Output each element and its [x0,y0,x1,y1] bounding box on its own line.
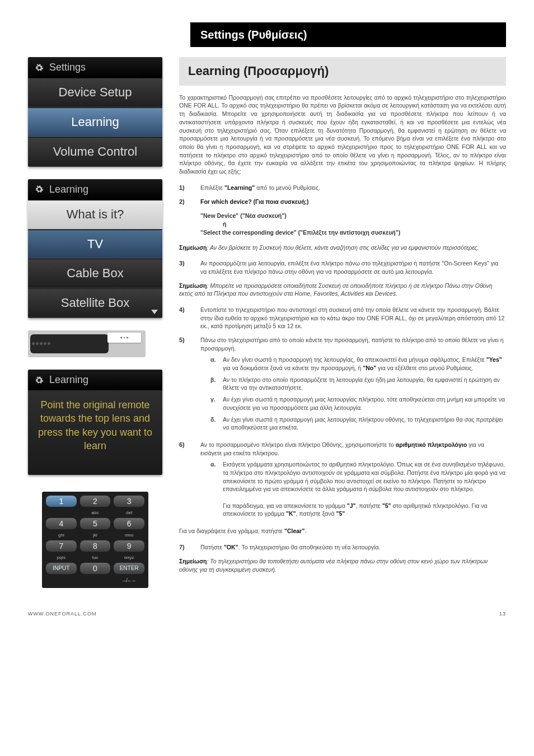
key-6[interactable]: 6 [113,517,145,530]
remote-illustration: ◂ • ▸ [28,330,146,357]
panel-learning-devices: Learning What is it? TV Cable Box Satell… [28,179,162,318]
sub-8: tuv [79,554,111,560]
header-band: Settings (Ρυθμίσεις) [190,22,506,47]
panel-settings-header: Settings [28,57,162,78]
step-2: 2) For which device? (Για ποια συσκευή;) [179,198,506,206]
row-device-setup[interactable]: Device Setup [28,78,162,108]
row-satellite-box[interactable]: Satellite Box [28,288,162,318]
key-2[interactable]: 2 [79,495,111,507]
key-3[interactable]: 3 [113,495,145,507]
panel-learning-instructions: Learning Point the original remote towar… [28,370,162,475]
panel-instructions-header: Learning [28,370,162,390]
step-5: 5) Πάνω στο τηλεχειριστήριο από το οποίο… [179,336,506,435]
note-1: Σημείωση: Αν δεν βρίσκετε τη Συσκευή που… [179,244,506,252]
step-3-num: 3) [179,259,189,276]
sub-4: ghi [45,532,77,538]
step-5a: α.Αν δεν γίνει σωστά η προσαρμογή της λε… [210,356,506,372]
footer: WWW.ONEFORALL.COM 13 [28,610,506,618]
step-6: 6) Αν το προσαρμοσμένο πλήκτρο είναι πλή… [179,441,506,521]
key-input[interactable]: INPUT [45,562,77,575]
sub-9: wxyz [113,554,145,560]
step-6a: α. Εισάγετε γράμματα χρησιμοποιώντας το … [210,460,506,518]
step-1: 1) Επιλέξτε "Learning" από το μενού Ρυθμ… [179,184,506,192]
step-3: 3) Αν προσαρμόζετε μια λειτουργία, επιλέ… [179,259,506,276]
remote-tag: ◂ • ▸ [107,333,141,343]
key-9[interactable]: 9 [113,540,145,552]
page-number: 13 [499,610,506,618]
key-4[interactable]: 4 [45,517,77,530]
key-8[interactable]: 8 [79,540,111,552]
step-4: 4) Εντοπίστε το τηλεχειριστήριο που αντι… [179,306,506,330]
panel-learning-header: Learning [28,179,162,200]
step-6-num: 6) [179,441,189,521]
chevron-down-icon [151,310,158,314]
section-title-text: Learning (Προσαρμογή) [188,63,497,80]
row-tv[interactable]: TV [28,230,162,259]
note-3: Σημείωση: Το τηλεχειριστήριο θα τοποθετή… [179,557,506,573]
step-4-num: 4) [179,306,189,330]
gear-icon [35,185,44,194]
sub-7: pqrs [45,554,77,560]
key-5[interactable]: 5 [79,517,111,530]
step-5c: γ.Αν έχει γίνει σωστά η προσαρμογή μιας … [210,395,506,412]
remote-body [30,334,109,353]
sub-1 [45,510,77,515]
step-2-num: 2) [179,198,189,206]
step-7: 7) Πατήστε "OK". Το τηλεχειριστήριο θα α… [179,543,506,552]
row-cable-box[interactable]: Cable Box [28,259,162,288]
intro-paragraph: Το χαρακτηριστικό Προσαρμογή σας επιτρέπ… [179,94,506,176]
sub-6: mno [113,532,145,538]
section-title: Learning (Προσαρμογή) [179,57,506,86]
key-1[interactable]: 1 [45,495,77,507]
gear-icon [35,376,44,385]
key-enter[interactable]: ENTER [113,562,145,575]
row-learning[interactable]: Learning [28,108,162,137]
step-2-options: "New Device" ("Νέα συσκευή") ή "Select t… [200,212,506,236]
left-column: Settings Device Setup Learning Volume Co… [28,57,162,588]
key-0[interactable]: 0 [79,562,111,575]
step-1-num: 1) [179,184,189,192]
gear-icon [35,63,44,72]
panel-settings: Settings Device Setup Learning Volume Co… [28,57,162,167]
step-5-num: 5) [179,336,189,435]
row-what-is-it[interactable]: What is it? [28,200,162,230]
footer-url: WWW.ONEFORALL.COM [28,610,97,618]
step-7-num: 7) [179,543,189,552]
key-7[interactable]: 7 [45,540,77,552]
step-5b: β.Αν το πλήκτρο στο οποίο προσαρμόζετε τ… [210,376,506,392]
sub-5: jkl [79,532,111,538]
learning-instruction-text: Point the original remote towards the to… [28,390,162,475]
key-dash: –/– – [113,577,145,585]
panel-settings-title: Settings [49,60,86,74]
panel-instructions-title: Learning [49,373,88,387]
sub-2: abc [79,510,111,515]
row-volume-control[interactable]: Volume Control [28,137,162,167]
delete-letter: Για να διαγράψετε ένα γράμμα, πατήστε "C… [179,527,506,535]
note-2: Σημείωση: Μπορείτε να προσαρμόσετε οποια… [179,282,506,298]
numeric-keypad: 1 2 3 abc def 4 5 6 ghi jkl mno 7 8 9 pq… [42,492,148,588]
panel-learning-title: Learning [49,183,88,197]
step-5d: δ.Αν έχει γίνει σωστά η προσαρμογή μιας … [210,416,506,432]
right-column: Learning (Προσαρμογή) Το χαρακτηριστικό … [179,57,506,588]
sub-3: def [113,510,145,515]
